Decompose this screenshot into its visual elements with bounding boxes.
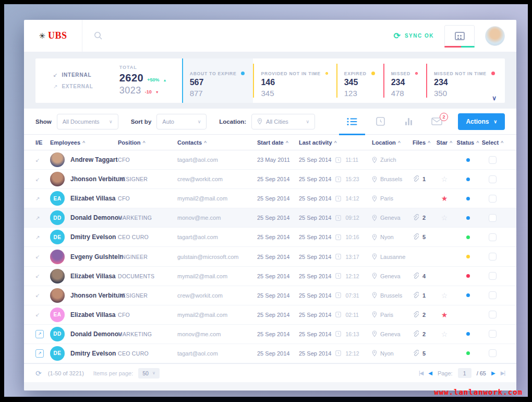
- row-checkbox[interactable]: [489, 311, 497, 318]
- page-input[interactable]: 1: [458, 368, 471, 378]
- row-checkbox[interactable]: [489, 156, 497, 164]
- ubs-keys-icon: ✳: [39, 31, 45, 41]
- star-icon[interactable]: ☆: [441, 330, 448, 338]
- attachments[interactable]: 1: [413, 175, 433, 183]
- activity-time: 07:31: [345, 292, 359, 299]
- column-header[interactable]: Location^: [372, 139, 413, 146]
- external-filter[interactable]: ↗ EXTERNAL: [53, 84, 93, 89]
- table-row[interactable]: ↗ DD Donald Demonov MARKETING monov@me.c…: [24, 325, 516, 344]
- next-page-button[interactable]: ▶: [491, 370, 495, 376]
- tab-schedule-view[interactable]: [366, 109, 394, 135]
- column-header[interactable]: Start date^: [257, 139, 299, 146]
- avatar: DE: [50, 230, 65, 244]
- star-icon[interactable]: ☆: [441, 292, 448, 299]
- star-icon[interactable]: ☆: [441, 214, 448, 221]
- table-row[interactable]: ↗ DD Donald Demonov MARKETING monov@me.c…: [24, 208, 516, 228]
- stat-card-label: EXPIRED: [344, 71, 367, 76]
- attachments[interactable]: 4: [413, 273, 433, 280]
- row-checkbox[interactable]: [489, 349, 497, 357]
- search-button[interactable]: [94, 31, 103, 40]
- last-page-button[interactable]: ▶|: [501, 370, 505, 376]
- first-page-button[interactable]: |◀: [419, 370, 423, 376]
- documents-select[interactable]: All Documents ∨: [57, 114, 118, 129]
- attachments[interactable]: 2: [413, 214, 433, 221]
- table-row[interactable]: ↙ EA Elizabet Villasa CFO mymail2@mail.c…: [24, 305, 516, 325]
- employee-name: Dmitry Evelson: [70, 233, 116, 241]
- previous-page-button[interactable]: ◀: [428, 370, 432, 376]
- stat-card[interactable]: MISSED NOT IN TIME 234 350: [426, 64, 503, 98]
- items-per-page-select[interactable]: 50 ∨: [138, 368, 160, 379]
- internal-filter[interactable]: ↙ INTERNAL: [53, 72, 93, 78]
- column-header[interactable]: Select^: [482, 139, 504, 146]
- attachments[interactable]: 5: [413, 350, 433, 357]
- stat-card[interactable]: ABOUT TO EXPIRE 567 877: [182, 58, 253, 103]
- table-row[interactable]: ↙ Andrew Taggart CFO tagart@aol.com 23 M…: [24, 150, 516, 170]
- calendar-button[interactable]: [444, 25, 475, 47]
- files-count: 1: [422, 292, 426, 299]
- ubs-logo[interactable]: ✳ UBS: [24, 20, 82, 52]
- stat-card[interactable]: MISSED 234 478: [383, 64, 426, 98]
- row-checkbox[interactable]: [489, 330, 497, 338]
- show-label: Show: [35, 119, 52, 125]
- internal-label: INTERNAL: [62, 72, 91, 78]
- star-icon[interactable]: ☆: [441, 175, 448, 183]
- activity-time: 16:13: [345, 331, 359, 337]
- table-row[interactable]: ↙ Elizabet Villasa DOCUMENTS mymail2@mai…: [24, 267, 516, 286]
- attachments[interactable]: 2: [413, 330, 433, 338]
- row-checkbox[interactable]: [489, 233, 497, 241]
- status-dot: [466, 178, 470, 181]
- table-row[interactable]: ↙ Evgeny Gulshtein ENGINEER gulstain@mic…: [24, 247, 516, 266]
- city-select[interactable]: All Cities ∨: [251, 114, 315, 129]
- trend-down-icon: ▼: [155, 90, 159, 94]
- refresh-icon[interactable]: ⟳: [35, 369, 42, 377]
- star-icon[interactable]: ★: [441, 311, 448, 318]
- status-dot: [466, 197, 470, 200]
- column-header[interactable]: Status^: [457, 139, 479, 146]
- tab-chart-view[interactable]: [394, 109, 422, 135]
- column-header[interactable]: Position^: [118, 139, 177, 146]
- tab-mail-view[interactable]: 2: [422, 109, 451, 135]
- attachments[interactable]: 2: [413, 311, 433, 318]
- total-delta-down: -10: [145, 89, 152, 94]
- location-label: Location:: [219, 119, 246, 125]
- pin-icon: [372, 350, 377, 357]
- row-checkbox[interactable]: [489, 214, 497, 222]
- row-checkbox[interactable]: [489, 195, 497, 203]
- ie-icon: ↗: [35, 330, 44, 338]
- table-row[interactable]: ↙ Jhonson Verbitum DESIGNER crew@workit.…: [24, 286, 516, 305]
- column-header[interactable]: Employees^: [50, 139, 118, 146]
- pin-icon: [372, 311, 377, 318]
- star-icon[interactable]: ★: [441, 195, 448, 202]
- chevron-down-icon[interactable]: ∨: [492, 94, 497, 102]
- sort-select[interactable]: Auto ∨: [156, 114, 207, 129]
- page-total: / 65: [477, 370, 486, 376]
- row-checkbox[interactable]: [489, 175, 497, 183]
- table-row[interactable]: ↗ DE Dmitry Evelson CEO CURO tagart@aol.…: [24, 344, 516, 363]
- row-checkbox[interactable]: [489, 253, 497, 261]
- clock-icon: [335, 234, 341, 240]
- list-icon: [347, 117, 357, 126]
- column-header[interactable]: Star^: [437, 139, 453, 146]
- user-avatar[interactable]: [485, 26, 505, 46]
- table-row[interactable]: ↙ Jhonson Verbitum DESIGNER crew@workit.…: [24, 170, 516, 189]
- external-label: EXTERNAL: [62, 84, 93, 89]
- actions-button[interactable]: Actions ∨: [458, 113, 505, 130]
- activity-date: 25 Sep 2014: [299, 331, 331, 337]
- clock-document-icon: [376, 117, 385, 126]
- stat-card[interactable]: EXPIRED 345 123: [336, 64, 383, 98]
- activity-time: 13:17: [345, 254, 359, 260]
- attachments[interactable]: 5: [413, 233, 433, 241]
- column-header[interactable]: Last activity^: [299, 139, 372, 146]
- row-checkbox[interactable]: [489, 272, 497, 280]
- attachments[interactable]: 1: [413, 292, 433, 299]
- column-header[interactable]: Contacts^: [177, 139, 257, 146]
- row-checkbox[interactable]: [489, 291, 497, 299]
- column-header[interactable]: I/E: [35, 139, 50, 146]
- stat-card[interactable]: PROVIDED NOT IN TIME 146 345: [253, 64, 336, 98]
- table-row[interactable]: ↗ DE Dmitry Evelson CEO CURO tagart@aol.…: [24, 228, 516, 247]
- column-header[interactable]: Files^: [413, 139, 433, 146]
- sync-status[interactable]: ⟳ SYNC OK: [394, 31, 434, 41]
- tab-list-view[interactable]: [338, 109, 366, 135]
- table-footer: ⟳ (1-50 of 3221) Items per page: 50 ∨ |◀…: [24, 363, 516, 382]
- table-row[interactable]: ↗ EA Elizabet Villasa CFO mymail2@mail.c…: [24, 189, 516, 208]
